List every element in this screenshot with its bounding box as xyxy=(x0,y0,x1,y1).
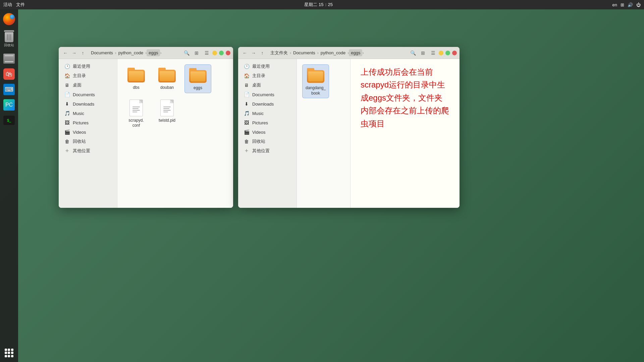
volume-icon[interactable]: 🔊 xyxy=(628,2,633,7)
close-button-left[interactable] xyxy=(226,51,230,55)
sidebar-item-trash-right[interactable]: 🗑 回收站 xyxy=(239,137,295,146)
file-item-dangdang-book[interactable]: dangdang_book xyxy=(302,64,329,98)
trash-icon-right: 🗑 xyxy=(244,138,250,144)
breadcrumb-documents-left[interactable]: Documents xyxy=(89,49,115,56)
sidebar-item-desktop-right[interactable]: 🖥 桌面 xyxy=(239,80,295,90)
sidebar-item-music-right[interactable]: 🎵 Music xyxy=(239,109,295,118)
sidebar-item-documents-left[interactable]: 📄 Documents xyxy=(60,90,116,99)
list-view-button-right[interactable]: ☰ xyxy=(429,49,437,57)
sidebar-item-recent-left[interactable]: 🕐 最近使用 xyxy=(60,62,116,71)
breadcrumb-right: 主文件夹 › Documents › python_code › eggs › xyxy=(268,49,407,57)
recent-icon-right: 🕐 xyxy=(244,63,250,69)
breadcrumb-eggs-right[interactable]: eggs xyxy=(349,49,362,56)
file-item-eggs[interactable]: eggs xyxy=(184,64,211,93)
dock-item-pycharm[interactable]: PC xyxy=(2,98,16,112)
sidebar-item-videos-left[interactable]: 🎬 Videos xyxy=(60,127,116,137)
scrapyd-conf-label: scrapyd.conf xyxy=(128,118,144,128)
breadcrumb-eggs-left[interactable]: eggs xyxy=(147,49,160,56)
breadcrumb-sep-3: › xyxy=(160,51,161,55)
up-button-right[interactable]: ↑ xyxy=(258,49,266,57)
close-button-right[interactable] xyxy=(452,51,457,55)
list-view-button-left[interactable]: ☰ xyxy=(202,49,211,57)
dbs-label: dbs xyxy=(133,85,139,90)
sidebar-item-videos-right[interactable]: 🎬 Videos xyxy=(239,127,295,137)
videos-icon: 🎬 xyxy=(64,129,70,135)
desktop-icon-right: 🖥 xyxy=(244,82,250,88)
dangdang-label: dangdang_book xyxy=(306,85,326,96)
grid-view-button-right[interactable]: ⊞ xyxy=(419,49,427,57)
dock-item-terminal[interactable]: $_ xyxy=(2,113,16,127)
music-icon-right: 🎵 xyxy=(244,110,250,116)
fm-right-content: dangdang_book xyxy=(297,59,351,208)
breadcrumb-python-right[interactable]: python_code xyxy=(319,49,347,56)
sidebar-item-pictures-right[interactable]: 🖼 Pictures xyxy=(239,118,295,127)
breadcrumb-docs-right[interactable]: Documents xyxy=(291,49,317,56)
power-icon[interactable]: ⏻ xyxy=(636,2,641,7)
window-controls-right xyxy=(439,51,457,55)
grid-view-button-left[interactable]: ⊞ xyxy=(192,49,201,57)
fm-right-main: dangdang_book 上传成功后会在当前scrapyd运行的目录中生成eg… xyxy=(297,59,460,208)
forward-button-right[interactable]: → xyxy=(250,49,258,57)
minimize-button-left[interactable] xyxy=(212,51,217,55)
maximize-button-right[interactable] xyxy=(445,51,450,55)
sidebar-item-documents-right[interactable]: 📄 Documents xyxy=(239,90,295,99)
panel-description-text: 上传成功后会在当前scrapyd运行的目录中生成eggs文件夹，文件夹内部会存在… xyxy=(361,66,449,130)
downloads-icon: ⬇ xyxy=(64,101,70,107)
home-icon-right: 🏠 xyxy=(244,73,250,79)
minimize-button-right[interactable] xyxy=(439,51,443,55)
file-item-dbs[interactable]: dbs xyxy=(123,64,150,93)
dock-item-files[interactable] xyxy=(2,52,16,66)
sidebar-item-home-left[interactable]: 🏠 主目录 xyxy=(60,71,116,80)
search-button-left[interactable]: 🔍 xyxy=(182,49,191,57)
add-icon-right: + xyxy=(244,148,250,154)
dock-item-vscode[interactable]: ⌨ xyxy=(2,82,16,97)
videos-icon-right: 🎬 xyxy=(244,129,250,135)
music-icon: 🎵 xyxy=(64,110,70,116)
file-item-twistd-pid[interactable]: twistd.pid xyxy=(154,97,180,130)
fm-left-titlebar: ← → ↑ Documents › python_code › eggs › 🔍… xyxy=(59,47,233,59)
back-button-right[interactable]: ← xyxy=(241,49,249,57)
fm-right-titlebar: ← → ↑ 主文件夹 › Documents › python_code › e… xyxy=(238,47,460,59)
sidebar-item-pictures-left[interactable]: 🖼 Pictures xyxy=(60,118,116,127)
eggs-folder-icon xyxy=(189,67,207,84)
dock-item-firefox[interactable] xyxy=(2,12,16,26)
network-icon: ⊞ xyxy=(621,2,624,7)
fm-left-content: dbs douban xyxy=(117,59,233,208)
topbar-right: en ⊞ 🔊 ⏻ xyxy=(612,2,641,7)
back-button-left[interactable]: ← xyxy=(61,49,69,57)
sidebar-item-recent-right[interactable]: 🕐 最近使用 xyxy=(239,62,295,71)
fm-right-text-panel: 上传成功后会在当前scrapyd运行的目录中生成eggs文件夹，文件夹内部会存在… xyxy=(351,59,460,208)
sidebar-item-other-left[interactable]: + 其他位置 xyxy=(60,146,116,156)
topbar-datetime: 星期二 15：25 xyxy=(304,2,333,8)
window-controls-left xyxy=(212,51,230,55)
search-button-right[interactable]: 🔍 xyxy=(409,49,417,57)
dock-apps-grid[interactable] xyxy=(3,347,15,359)
sidebar-item-desktop-left[interactable]: 🖥 桌面 xyxy=(60,80,116,90)
maximize-button-left[interactable] xyxy=(219,51,224,55)
file-item-scrapyd-conf[interactable]: scrapyd.conf xyxy=(123,97,150,130)
fm-right-body: 🕐 最近使用 🏠 主目录 🖥 桌面 📄 Documents ⬇ Do xyxy=(238,59,460,208)
douban-folder-icon xyxy=(158,66,176,84)
sidebar-item-other-right[interactable]: + 其他位置 xyxy=(239,146,295,156)
sidebar-item-downloads-right[interactable]: ⬇ Downloads xyxy=(239,99,295,109)
recent-icon: 🕐 xyxy=(64,63,70,69)
forward-button-left[interactable]: → xyxy=(70,49,78,57)
breadcrumb-python-code-left[interactable]: python_code xyxy=(116,49,145,56)
fm-left-sidebar: 🕐 最近使用 🏠 主目录 🖥 桌面 📄 Documents ⬇ Do xyxy=(59,59,117,208)
sidebar-item-trash-left[interactable]: 🗑 回收站 xyxy=(60,137,116,146)
breadcrumb-home-right[interactable]: 主文件夹 xyxy=(268,49,290,57)
sidebar-item-music-left[interactable]: 🎵 Music xyxy=(60,109,116,118)
lang-indicator[interactable]: en xyxy=(612,2,617,7)
file-grid-left: dbs douban xyxy=(123,64,228,130)
activity-label[interactable]: 活动 xyxy=(3,2,12,8)
up-button-left[interactable]: ↑ xyxy=(79,49,87,57)
dock-item-shop[interactable]: 🛍 xyxy=(2,67,16,81)
file-item-douban[interactable]: douban xyxy=(154,64,180,93)
documents-icon: 📄 xyxy=(64,92,70,98)
topbar: 活动 文件 星期二 15：25 en ⊞ 🔊 ⏻ xyxy=(0,0,644,9)
sidebar-item-downloads-left[interactable]: ⬇ Downloads xyxy=(60,99,116,109)
dock-item-trash[interactable]: 回收站 xyxy=(2,30,16,48)
sidebar-item-home-right[interactable]: 🏠 主目录 xyxy=(239,71,295,80)
trash-label: 回收站 xyxy=(4,43,14,48)
desktop: 活动 文件 星期二 15：25 en ⊞ 🔊 ⏻ xyxy=(0,0,644,362)
